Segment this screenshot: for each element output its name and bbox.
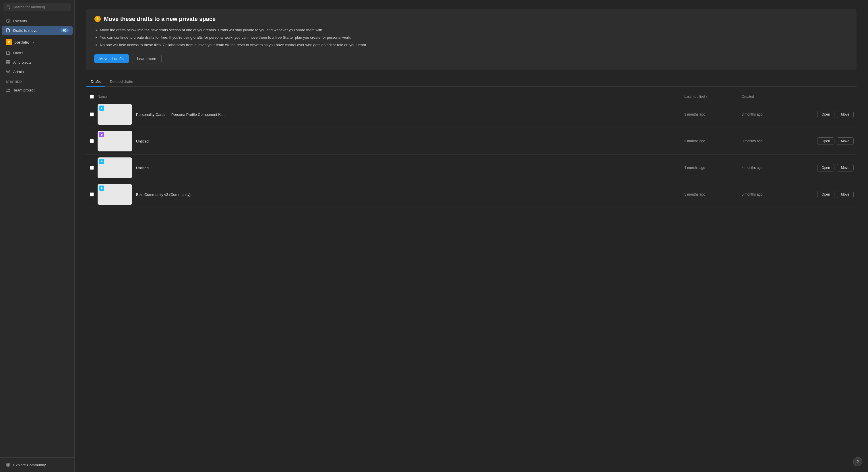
explore-community-label: Explore Community [13,463,45,467]
sidebar-item-drafts-to-move[interactable]: Drafts to move 63 [2,26,73,35]
move-button-4[interactable]: Move [837,191,854,198]
alert-banner: ! Move these drafts to a new private spa… [86,9,857,70]
alert-actions: Move all drafts Learn more [94,54,848,63]
file-thumbnail-1 [98,104,132,125]
help-button[interactable]: ? [853,457,862,466]
last-modified-1: 3 months ago [684,112,742,116]
created-4: 5 months ago [742,193,799,196]
learn-more-button[interactable]: Learn more [132,54,162,63]
bullet-1: Move the drafts below into the new draft… [100,27,848,33]
table-row: Bezi Community v2 (Community) 5 months a… [86,181,857,208]
file-info-2: Untitled [98,131,684,151]
move-button-3[interactable]: Move [837,164,854,171]
sidebar-item-explore-community[interactable]: Explore Community [2,460,73,469]
recents-label: Recents [13,19,27,23]
file-name-1: Personality Cards — Persona Profile Comp… [136,112,226,117]
warning-icon: ! [94,15,101,22]
column-created-header: Created [742,95,799,99]
alert-heading: Move these drafts to a new private space [104,16,216,22]
select-all-checkbox[interactable] [90,95,94,99]
starred-nav: Team project [0,85,74,96]
search-placeholder: Search for anything [12,5,45,9]
admin-label: Admin [13,70,24,74]
table-row: Untitled 3 months ago 3 months ago Open … [86,128,857,155]
row-actions-4: Open Move [799,191,857,198]
row-checkbox-4-wrapper[interactable] [86,193,98,196]
search-icon [6,5,10,9]
created-1: 3 months ago [742,112,799,116]
all-projects-label: All projects [13,60,32,65]
svg-point-12 [101,161,102,162]
svg-rect-3 [6,61,8,62]
table-body: Personality Cards — Persona Profile Comp… [86,101,857,208]
alert-bullets: Move the drafts below into the new draft… [94,27,848,48]
column-last-modified-header[interactable]: Last modified ↑ [684,95,742,99]
workspace-avatar: P [6,39,12,45]
move-all-drafts-button[interactable]: Move all drafts [94,54,129,63]
last-modified-4: 5 months ago [684,193,742,196]
open-button-3[interactable]: Open [817,164,834,171]
svg-point-7 [7,71,9,72]
file-name-3: Untitled [136,166,149,170]
sidebar-item-recents[interactable]: Recents [2,16,73,26]
sidebar-item-admin[interactable]: Admin [2,67,73,76]
file-icon [6,28,10,33]
svg-line-1 [9,8,10,9]
workspace-nav: Drafts All projects Admin [0,47,74,77]
created-3: 4 months ago [742,166,799,170]
table-header: Name Last modified ↑ Created [86,92,857,101]
settings-icon [6,69,10,74]
chevron-down-icon: ▾ [33,41,34,44]
workspace-name: portfolio [14,40,30,44]
drafts-to-move-label: Drafts to move [13,28,38,33]
file-thumbnail-3 [98,158,132,178]
main-content-area: ! Move these drafts to a new private spa… [74,0,868,472]
search-input-wrapper[interactable]: Search for anything [3,3,71,11]
table-row: Personality Cards — Persona Profile Comp… [86,101,857,128]
workspace-header[interactable]: P portfolio ▾ [2,37,73,47]
open-button-2[interactable]: Open [817,137,834,145]
sidebar-item-drafts[interactable]: Drafts [2,48,73,57]
row-checkbox-1-wrapper[interactable] [86,112,98,116]
file-thumbnail-4 [98,184,132,205]
sidebar-item-all-projects[interactable]: All projects [2,58,73,67]
search-bar[interactable]: Search for anything [0,0,74,14]
file-name-4: Bezi Community v2 (Community) [136,193,191,197]
sidebar-item-team-project[interactable]: Team project [2,86,73,95]
row-checkbox-3-wrapper[interactable] [86,166,98,170]
alert-title-row: ! Move these drafts to a new private spa… [94,15,848,22]
drafts-badge: 63 [61,28,69,32]
row-checkbox-3[interactable] [90,166,94,170]
svg-point-11 [101,134,102,136]
tab-deleted-drafts[interactable]: Deleted drafts [105,77,138,87]
file-icon-drafts [6,50,10,55]
figma-icon-3 [99,159,104,164]
sidebar: Search for anything Recents Drafts to mo… [0,0,74,472]
row-checkbox-1[interactable] [90,112,94,116]
tab-drafts[interactable]: Drafts [86,77,105,87]
select-all-checkbox-wrapper[interactable] [86,95,98,99]
row-checkbox-2-wrapper[interactable] [86,139,98,143]
figma-icon-2 [99,132,104,137]
table-row: Untitled 4 months ago 4 months ago Open … [86,155,857,181]
file-info-4: Bezi Community v2 (Community) [98,184,684,205]
main-content: ! Move these drafts to a new private spa… [74,0,868,472]
globe-icon [6,463,10,467]
row-actions-2: Open Move [799,137,857,145]
row-checkbox-2[interactable] [90,139,94,143]
file-info-1: Personality Cards — Persona Profile Comp… [98,104,684,125]
last-modified-2: 3 months ago [684,139,742,143]
svg-rect-5 [6,63,8,64]
file-info-3: Untitled [98,158,684,178]
row-actions-1: Open Move [799,111,857,118]
move-button-1[interactable]: Move [837,111,854,118]
row-checkbox-4[interactable] [90,193,94,196]
move-button-2[interactable]: Move [837,137,854,145]
figma-icon-1 [99,105,104,111]
svg-point-13 [101,187,102,189]
column-name-header[interactable]: Name [98,95,684,99]
svg-text:!: ! [97,16,98,21]
open-button-1[interactable]: Open [817,111,834,118]
open-button-4[interactable]: Open [817,191,834,198]
bullet-2: You can continue to create drafts for fr… [100,34,848,41]
